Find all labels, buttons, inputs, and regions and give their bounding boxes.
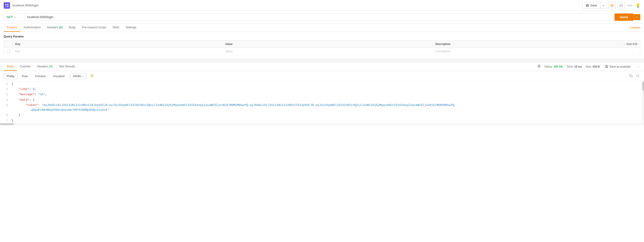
send-button[interactable]: Send bbox=[614, 14, 633, 21]
format-type-label: JSON bbox=[73, 74, 81, 78]
url-bar: GET Send bbox=[0, 11, 644, 23]
format-tab-preview[interactable]: Preview bbox=[32, 73, 48, 79]
request-tabs: Params Authorization Headers (6) Body Pr… bbox=[0, 23, 644, 32]
code-line-1: 1 { bbox=[0, 82, 644, 87]
vertical-scrollbar[interactable] bbox=[642, 82, 644, 123]
save-label: Save bbox=[590, 4, 597, 7]
comment-button[interactable] bbox=[618, 2, 625, 9]
response-section: Body Cookies Headers (7) Test Results St… bbox=[0, 62, 644, 125]
top-bar-right: Save </> 💡 bbox=[582, 2, 640, 9]
format-tab-pretty[interactable]: Pretty bbox=[4, 73, 17, 79]
tab-title: localhost:3000/login bbox=[12, 4, 38, 7]
resp-tab-headers[interactable]: Headers (7) bbox=[34, 62, 56, 71]
resp-tab-cookies[interactable]: Cookies bbox=[17, 62, 34, 71]
bulk-edit-button[interactable]: ··· Bulk Edit bbox=[624, 43, 638, 46]
copy-button[interactable] bbox=[628, 73, 634, 79]
svg-rect-3 bbox=[7, 6, 8, 7]
bulk-edit-label: Bulk Edit bbox=[627, 43, 638, 46]
desc-col-header: Description bbox=[432, 41, 613, 48]
bottom-scrollbar[interactable] bbox=[0, 123, 644, 125]
time-label: Time: 16 ms bbox=[567, 65, 582, 68]
bulb-icon[interactable]: 💡 bbox=[635, 3, 640, 8]
params-table: Key Value Description ··· Bulk Edit Key … bbox=[4, 40, 640, 55]
tab-tests[interactable]: Tests bbox=[109, 23, 122, 32]
section-divider bbox=[0, 59, 644, 62]
svg-rect-1 bbox=[7, 4, 8, 5]
save-example-button[interactable]: Save as example bbox=[604, 64, 632, 69]
value-cell[interactable]: Value bbox=[222, 48, 432, 55]
status-label: Status: 200 OK bbox=[544, 65, 563, 68]
tab-settings[interactable]: Settings bbox=[122, 23, 140, 32]
code-line-6: 6 } bbox=[0, 113, 644, 118]
format-bar-right bbox=[628, 73, 640, 79]
save-example-label: Save as example bbox=[610, 65, 630, 68]
time-value: 16 ms bbox=[574, 65, 582, 68]
code-line-5: 5 "token": "eyJhbGciOiJIUzI1NiIsInR5cCI6… bbox=[0, 103, 644, 113]
format-tab-raw[interactable]: Raw bbox=[19, 73, 30, 79]
format-tab-visualize[interactable]: Visualize bbox=[50, 73, 68, 79]
key-cell[interactable]: Key bbox=[12, 48, 222, 55]
url-input[interactable] bbox=[24, 13, 614, 21]
row-checkbox[interactable] bbox=[6, 50, 10, 53]
size-label: Size: 446 B bbox=[586, 65, 600, 68]
status-value: 200 OK bbox=[554, 65, 563, 68]
format-bar: Pretty Raw Preview Visualize JSON bbox=[0, 71, 644, 82]
response-tabs-bar: Body Cookies Headers (7) Test Results St… bbox=[0, 62, 644, 71]
size-value: 446 B bbox=[592, 65, 600, 68]
code-line-7: 7 } bbox=[0, 118, 644, 123]
resp-status-bar: Status: 200 OK Time: 16 ms Size: 446 B S… bbox=[538, 64, 640, 69]
tab-body[interactable]: Body bbox=[66, 23, 79, 32]
svg-rect-2 bbox=[5, 6, 6, 7]
svg-rect-6 bbox=[630, 75, 632, 77]
app-logo bbox=[4, 2, 10, 9]
code-area[interactable]: 1 { 2 "code": 0, 3 "message": "ok", 4 "d… bbox=[0, 82, 644, 123]
globe-icon bbox=[538, 65, 541, 69]
svg-line-8 bbox=[638, 76, 639, 77]
search-button[interactable] bbox=[635, 73, 640, 79]
code-line-2: 2 "code": 0, bbox=[0, 87, 644, 92]
actions-col-header: ··· Bulk Edit bbox=[613, 41, 640, 48]
tab-authorization[interactable]: Authorization bbox=[20, 23, 44, 32]
save-button[interactable]: Save bbox=[583, 3, 600, 8]
top-bar-left: localhost:3000/login bbox=[4, 2, 38, 9]
tab-params[interactable]: Params bbox=[4, 23, 20, 32]
top-bar: localhost:3000/login Save bbox=[0, 0, 644, 11]
svg-rect-0 bbox=[5, 4, 6, 5]
value-col-header: Value bbox=[222, 41, 432, 48]
resp-more-button[interactable]: ··· bbox=[636, 64, 640, 69]
edit-button[interactable] bbox=[608, 2, 616, 9]
params-empty-row: Key Value Description bbox=[4, 48, 640, 55]
bottom-scrollbar-thumb[interactable] bbox=[0, 123, 14, 125]
cookies-link[interactable]: Cookies bbox=[630, 24, 640, 32]
key-col-header: Key bbox=[12, 41, 222, 48]
wrap-button[interactable] bbox=[88, 73, 96, 79]
svg-point-7 bbox=[637, 74, 639, 77]
format-type-selector[interactable]: JSON bbox=[70, 73, 86, 79]
resp-tab-test-results[interactable]: Test Results bbox=[56, 62, 78, 71]
params-title: Query Params bbox=[4, 35, 640, 38]
code-line-3: 3 "message": "ok", bbox=[0, 92, 644, 97]
send-button-group: Send bbox=[614, 14, 640, 21]
code-line-4: 4 "data": { bbox=[0, 98, 644, 103]
method-selector[interactable]: GET bbox=[4, 13, 24, 21]
desc-cell[interactable]: Description bbox=[432, 48, 613, 55]
save-button-group: Save bbox=[582, 2, 607, 9]
scrollbar-thumb[interactable] bbox=[642, 82, 644, 91]
method-text: GET bbox=[6, 15, 13, 19]
code-icon[interactable]: </> bbox=[627, 3, 634, 8]
checkbox-col-header bbox=[4, 41, 13, 48]
save-dropdown-button[interactable] bbox=[600, 3, 606, 8]
tab-prerequest[interactable]: Pre-request Script bbox=[79, 23, 109, 32]
tab-headers[interactable]: Headers (6) bbox=[44, 23, 66, 32]
params-section: Query Params Key Value Description ··· B… bbox=[0, 32, 644, 55]
send-dropdown-button[interactable] bbox=[633, 14, 640, 20]
resp-tab-body[interactable]: Body bbox=[4, 62, 17, 71]
